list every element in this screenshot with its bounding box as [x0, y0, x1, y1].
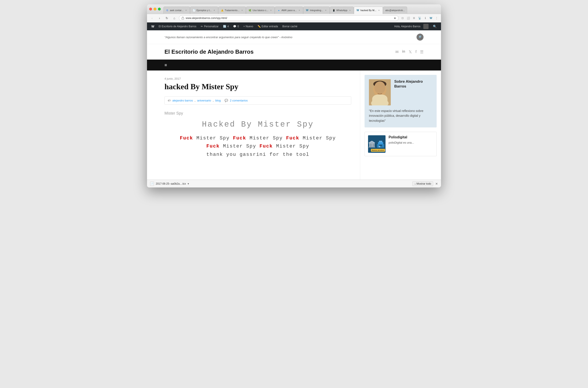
- tab-uso-basico[interactable]: 🌿 Uso básico c... ×: [246, 6, 275, 14]
- tab-close[interactable]: ×: [377, 9, 380, 12]
- comments-icon: 💬: [233, 25, 236, 28]
- tab-whatsapp[interactable]: 📱 WhatsApp ×: [330, 6, 354, 14]
- tab-close[interactable]: ×: [348, 9, 351, 12]
- star-icon[interactable]: [394, 17, 396, 19]
- tab-close[interactable]: ×: [213, 9, 216, 12]
- tab-favicon: W: [356, 9, 359, 12]
- thank-text: thank you gassrini for the tool: [206, 152, 309, 157]
- svg-point-7: [371, 99, 389, 105]
- spy-4: Mister Spy: [220, 144, 260, 149]
- customize-icon: ✏: [201, 25, 203, 28]
- linkedin-icon[interactable]: in: [402, 49, 405, 54]
- site-name-item[interactable]: El Escritorio de Alejandro Barros: [156, 23, 199, 30]
- tab-close[interactable]: ×: [241, 9, 243, 12]
- wp-logo-item[interactable]: W: [149, 23, 156, 30]
- info-icon[interactable]: ℹ: [423, 16, 428, 20]
- tab-close[interactable]: ×: [298, 9, 301, 12]
- tab-awk-paso[interactable]: ● AWK paso a... ×: [275, 6, 303, 14]
- search-icon-wp[interactable]: 🔍: [431, 25, 439, 28]
- wp-icon[interactable]: W: [429, 16, 433, 20]
- email-social-icon[interactable]: ✉: [395, 49, 399, 54]
- forward-button[interactable]: ›: [157, 15, 162, 21]
- svg-point-2: [373, 83, 386, 97]
- close-download-button[interactable]: ✕: [435, 182, 438, 186]
- mostrar-todo-button[interactable]: ↓ Mostrar todo: [412, 181, 433, 186]
- hack-line-1: Fuck Mister Spy Fuck Mister Spy Fuck Mis…: [164, 134, 351, 142]
- updates-icon: 🔄: [223, 25, 226, 28]
- tab-favicon-whatsapp: 📱: [332, 9, 335, 12]
- maximize-button[interactable]: [158, 8, 161, 10]
- minimize-button[interactable]: [154, 8, 156, 10]
- tab-close[interactable]: ×: [185, 9, 188, 12]
- tag-icon: 🏷: [168, 99, 171, 102]
- download-chevron[interactable]: ▾: [188, 182, 189, 185]
- tag-blog[interactable]: blog: [215, 99, 221, 102]
- close-button[interactable]: [149, 8, 152, 10]
- svg-point-4: [376, 89, 378, 90]
- tab-awk-contar[interactable]: G awk contar... ×: [163, 6, 190, 14]
- edit-entry-label: ✏️ Editar entrada: [258, 25, 278, 28]
- tab-integrating[interactable]: W Integrating... ×: [303, 6, 330, 14]
- polisdigital-widget: Nueva versión! Polisdigital polisDigital…: [365, 132, 437, 156]
- tab-email[interactable]: abc@alejandrob...: [383, 6, 407, 14]
- about-description: "En este espacio virtual reflexiono sobr…: [369, 108, 432, 123]
- bookmark-icon[interactable]: ⊡: [400, 16, 405, 20]
- tab-close[interactable]: ×: [269, 9, 272, 12]
- tab-tratamiento[interactable]: ⚠️ Tratamiento... ×: [218, 6, 246, 14]
- address-bar: ‹ › ↻ ⌂ www.alejandrobarros.com/spy-html…: [147, 14, 441, 23]
- home-button[interactable]: ⌂: [171, 15, 177, 21]
- tab-close[interactable]: ×: [324, 9, 327, 12]
- site-header: El Escritorio de Alejandro Barros ✉ in 𝕏…: [147, 44, 441, 60]
- clear-cache-item[interactable]: Borrar caché: [280, 23, 300, 30]
- clear-cache-label: Borrar caché: [282, 25, 297, 28]
- main-layout: 4 junio, 2017 hacked By Mister Spy 🏷 ale…: [147, 71, 441, 180]
- download-actions: ↓ Mostrar todo ✕: [412, 181, 438, 186]
- customize-item[interactable]: ✏ Personalizar: [199, 23, 221, 30]
- screenshot-icon[interactable]: ⬜: [406, 16, 410, 20]
- about-name: Sobre Alejandro Barros: [394, 79, 432, 89]
- facebook-icon[interactable]: f: [415, 49, 417, 54]
- back-button[interactable]: ‹: [149, 15, 155, 21]
- url-bar[interactable]: www.alejandrobarros.com/spy-html/: [179, 15, 399, 21]
- traffic-lights: [149, 8, 161, 10]
- about-info: Sobre Alejandro Barros: [394, 79, 432, 105]
- comments-count: 0: [238, 25, 239, 28]
- settings-icon[interactable]: ⚙: [412, 16, 416, 20]
- tag-aniversario[interactable]: aniversario: [197, 99, 211, 102]
- svg-rect-15: [379, 146, 380, 147]
- edit-entry-item[interactable]: ✏️ Editar entrada: [255, 23, 280, 30]
- tab-ejemplos[interactable]: 📄 Ejemplos y t... ×: [190, 6, 218, 14]
- hamburger-menu[interactable]: ≡: [164, 63, 167, 68]
- tab-hacked[interactable]: W hacked By M... ×: [354, 6, 383, 14]
- fuck-4: Fuck: [206, 144, 220, 149]
- download-filename: 2017-06-25--aa0b2a....tcx: [156, 182, 186, 185]
- tag-alejandro-barros[interactable]: alejandro barros: [172, 99, 193, 102]
- post-date: 4 junio, 2017: [164, 77, 351, 80]
- comments-link[interactable]: 2 comentarios: [230, 99, 248, 102]
- polisdigital-thumbnail: Nueva versión!: [368, 135, 386, 153]
- site-content: "Algunos llaman razonamiento a encontrar…: [147, 30, 441, 180]
- polisdigital-description: polisDigital es una...: [389, 141, 414, 145]
- search-button[interactable]: 🔍: [417, 34, 424, 41]
- fuck-3: Fuck: [286, 136, 299, 141]
- rss-icon[interactable]: ☰: [420, 49, 424, 54]
- polisdigital-top: Nueva versión! Polisdigital polisDigital…: [368, 135, 433, 153]
- cast-icon[interactable]: 📡: [417, 16, 422, 20]
- avatar: [423, 24, 428, 29]
- tab-favicon: 🌿: [248, 9, 251, 12]
- updates-item[interactable]: 🔄 4: [221, 23, 231, 30]
- fuck-1: Fuck: [180, 136, 193, 141]
- updates-count: 4: [227, 25, 229, 28]
- polisdigital-logo-svg: [376, 138, 386, 151]
- comments-item[interactable]: 💬 0: [231, 23, 241, 30]
- new-item[interactable]: + Nuevo: [241, 23, 255, 30]
- about-top: Sobre Alejandro Barros: [369, 79, 432, 105]
- title-bar: G awk contar... × 📄 Ejemplos y t... × ⚠️…: [147, 4, 441, 14]
- greeting-text: Hola, Alejandro Barros: [394, 25, 421, 28]
- lock-icon: [181, 17, 184, 20]
- mostrar-todo-label: ↓ Mostrar todo: [414, 182, 431, 185]
- twitter-icon[interactable]: 𝕏: [409, 49, 412, 54]
- bottom-bar: 📄 2017-06-25--aa0b2a....tcx ▾ ↓ Mostrar …: [147, 180, 441, 188]
- more-icon[interactable]: ⋮: [434, 16, 439, 20]
- refresh-button[interactable]: ↻: [164, 15, 170, 21]
